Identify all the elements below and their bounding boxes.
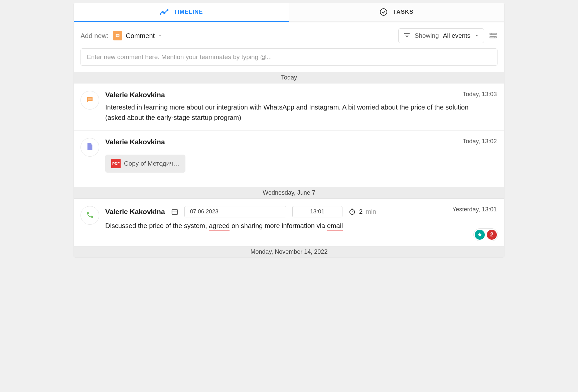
timeline-panel: TIMELINE TASKS Add new: Comment bbox=[74, 3, 504, 258]
svg-point-4 bbox=[380, 9, 387, 15]
date-separator-wed: Wednesday, June 7 bbox=[74, 187, 504, 199]
entry-type-bubble bbox=[81, 206, 99, 225]
filter-icon bbox=[403, 31, 411, 40]
svg-point-1 bbox=[162, 11, 163, 12]
svg-point-3 bbox=[167, 9, 168, 10]
addnew-row: Add new: Comment Showing All events bbox=[74, 22, 504, 48]
timeline-icon bbox=[160, 8, 168, 16]
hint-icon[interactable] bbox=[475, 230, 485, 240]
date-separator-today: Today bbox=[74, 72, 504, 83]
entry-type-bubble bbox=[81, 138, 99, 157]
tab-tasks-label: TASKS bbox=[393, 9, 413, 15]
svg-rect-11 bbox=[490, 36, 496, 38]
timeline-entry-file: Valerie Kakovkina PDF Copy of Методич… T… bbox=[74, 131, 504, 187]
tasks-icon bbox=[380, 8, 388, 16]
svg-rect-16 bbox=[172, 210, 177, 215]
filter-value: All events bbox=[443, 32, 470, 39]
floating-badges[interactable]: 2 bbox=[473, 228, 498, 241]
entry-timestamp: Today, 13:03 bbox=[463, 91, 497, 98]
call-duration-unit: min bbox=[366, 208, 376, 215]
date-separator-mon: Monday, November 14, 2022 bbox=[74, 246, 504, 257]
svg-point-0 bbox=[160, 13, 161, 14]
entry-author: Valerie Kakovkina bbox=[105, 91, 165, 99]
file-icon bbox=[86, 142, 94, 152]
entry-timestamp: Today, 13:02 bbox=[463, 138, 497, 145]
calendar-icon bbox=[171, 208, 178, 215]
tabs-bar: TIMELINE TASKS bbox=[74, 3, 504, 22]
chevron-down-icon bbox=[158, 34, 162, 38]
entry-timestamp: Yesterday, 13:01 bbox=[452, 206, 497, 213]
tab-tasks[interactable]: TASKS bbox=[289, 3, 504, 22]
filter-showing-label: Showing bbox=[415, 32, 439, 39]
entry-body-text: Discussed the price of the system, agree… bbox=[105, 221, 471, 231]
attachment-chip[interactable]: PDF Copy of Методич… bbox=[105, 155, 185, 173]
timeline-settings-icon[interactable] bbox=[489, 31, 497, 40]
stopwatch-icon bbox=[348, 208, 356, 215]
addnew-label: Add new: bbox=[81, 32, 108, 40]
comment-icon bbox=[86, 95, 94, 105]
tab-timeline[interactable]: TIMELINE bbox=[74, 3, 289, 22]
addnew-type-label: Comment bbox=[126, 32, 155, 40]
entry-author: Valerie Kakovkina bbox=[105, 208, 165, 216]
tab-timeline-label: TIMELINE bbox=[174, 9, 203, 15]
entry-author: Valerie Kakovkina bbox=[105, 138, 165, 146]
entry-body-text: Interested in learning more about our in… bbox=[105, 102, 471, 123]
new-comment-input[interactable] bbox=[81, 48, 497, 66]
comment-icon bbox=[113, 31, 122, 40]
timeline-entry-comment: Valerie Kakovkina Interested in learning… bbox=[74, 83, 504, 131]
call-duration-value: 2 bbox=[359, 208, 363, 215]
call-date-input[interactable] bbox=[184, 206, 286, 217]
addnew-type-select[interactable]: Comment bbox=[113, 31, 162, 40]
svg-rect-10 bbox=[490, 33, 496, 34]
attachment-filename: Copy of Методич… bbox=[124, 160, 179, 167]
chevron-down-icon bbox=[474, 33, 479, 38]
svg-point-2 bbox=[164, 13, 165, 14]
pdf-icon: PDF bbox=[111, 159, 121, 168]
filter-events-select[interactable]: Showing All events bbox=[398, 28, 484, 43]
entry-type-bubble bbox=[81, 91, 99, 110]
phone-icon bbox=[86, 211, 94, 220]
notification-count-badge[interactable]: 2 bbox=[487, 230, 497, 240]
timeline-entry-call: Valerie Kakovkina 2 min Discussed the pr… bbox=[74, 199, 504, 246]
call-time-input[interactable] bbox=[292, 206, 342, 217]
